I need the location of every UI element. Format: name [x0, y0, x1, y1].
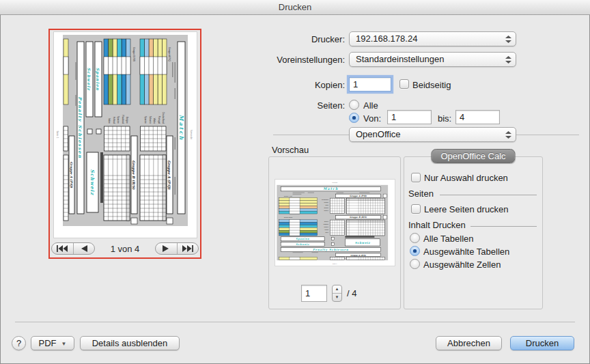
pages-to-input[interactable]: 4: [455, 110, 500, 124]
print-label: Drucken: [526, 338, 559, 348]
popup-arrows-icon: [505, 36, 511, 43]
pages-all-radio[interactable]: [349, 100, 359, 110]
printer-popup[interactable]: 192.168.178.24: [349, 31, 516, 46]
title-bar: Drucken: [0, 0, 590, 15]
nav-back-segment: [51, 242, 95, 255]
cancel-label: Abbrechen: [447, 338, 490, 348]
pdf-menu-button[interactable]: PDF▼: [31, 336, 74, 350]
content-section-line: [470, 226, 537, 227]
preview-page-stepper[interactable]: ▲ ▼: [332, 285, 342, 302]
thumbnail-page: [54, 32, 197, 238]
preview-page: [275, 180, 395, 266]
all-tables-label: Alle Tabellen: [423, 234, 473, 244]
print-dialog: Drucken 1 von 4 Drucker: 192.168.178.24 …: [0, 0, 590, 364]
content-section-label: Inhalt Drucken: [408, 220, 466, 230]
pages-to-label: bis:: [438, 113, 451, 124]
calc-options-groupbox: OpenOffice Calc Nur Auswahl drucken Seit…: [404, 156, 543, 309]
pages-section-label: Seiten: [408, 188, 434, 199]
stepper-up-icon[interactable]: ▲: [333, 285, 341, 293]
print-selection-checkbox[interactable]: [411, 173, 421, 182]
pdf-label: PDF: [39, 338, 57, 348]
next-page-button[interactable]: [156, 243, 177, 254]
pages-label: Seiten:: [225, 100, 345, 111]
selected-cells-radio[interactable]: [410, 259, 420, 269]
hide-details-button[interactable]: Details ausblenden: [80, 336, 180, 350]
preview-panel: 1 ▲ ▼ / 4: [268, 156, 401, 309]
printer-label: Drucker:: [225, 34, 345, 44]
previous-page-icon: [80, 245, 88, 252]
calc-groupbox-title: OpenOffice Calc: [431, 149, 515, 163]
preview-page-art: [275, 180, 395, 266]
nav-forward-segment: [155, 242, 199, 255]
cancel-button[interactable]: Abbrechen: [436, 336, 502, 350]
print-button[interactable]: Drucken: [510, 336, 574, 350]
app-section-value: OpenOffice: [356, 129, 401, 139]
selected-cells-label: Ausgewählte Zellen: [423, 260, 501, 270]
stepper-down-icon[interactable]: ▼: [333, 293, 341, 300]
copies-label: Kopien:: [225, 80, 345, 90]
selected-tables-radio[interactable]: [410, 246, 420, 256]
first-page-icon: [56, 245, 68, 252]
duplex-checkbox[interactable]: [399, 79, 409, 89]
print-selection-label: Nur Auswahl drucken: [424, 173, 508, 183]
page-status: 1 von 4: [95, 244, 155, 254]
copies-input[interactable]: 1: [349, 77, 391, 92]
pages-section-line: [440, 195, 537, 195]
preview-page-total: / 4: [347, 288, 356, 298]
selected-tables-label: Ausgewählte Tabellen: [423, 247, 509, 257]
last-page-icon: [182, 245, 194, 252]
last-page-button[interactable]: [177, 243, 199, 254]
popup-arrows-icon: [505, 131, 511, 139]
window-title: Drucken: [279, 2, 311, 12]
first-page-button[interactable]: [52, 243, 73, 254]
hide-details-label: Details ausblenden: [92, 338, 168, 348]
pages-from-label: Von:: [363, 113, 381, 124]
next-page-icon: [162, 245, 170, 252]
print-empty-pages-label: Leere Seiten drucken: [424, 204, 509, 214]
duplex-label: Beidseitig: [412, 80, 451, 90]
preview-panel-label: Vorschau: [272, 145, 309, 155]
print-empty-pages-checkbox[interactable]: [411, 204, 421, 214]
presets-label: Voreinstellungen:: [225, 55, 345, 65]
help-icon: ?: [16, 338, 21, 348]
pages-from-input[interactable]: 1: [387, 110, 432, 124]
app-section-popup[interactable]: OpenOffice: [349, 127, 516, 142]
pages-from-radio[interactable]: [349, 113, 359, 123]
presets-value: Standardeinstellungen: [356, 54, 444, 64]
footer-separator: [15, 322, 575, 322]
printer-value: 192.168.178.24: [356, 33, 417, 44]
help-button[interactable]: ?: [12, 336, 26, 350]
thumbnail-page-art: [54, 32, 197, 238]
preview-page-input[interactable]: 1: [301, 285, 327, 302]
chevron-down-icon: ▼: [61, 337, 67, 350]
presets-popup[interactable]: Standardeinstellungen: [349, 52, 516, 67]
popup-arrows-icon: [505, 56, 511, 64]
all-tables-radio[interactable]: [410, 233, 420, 243]
pages-all-label: Alle: [363, 100, 378, 111]
previous-page-button[interactable]: [73, 243, 95, 254]
